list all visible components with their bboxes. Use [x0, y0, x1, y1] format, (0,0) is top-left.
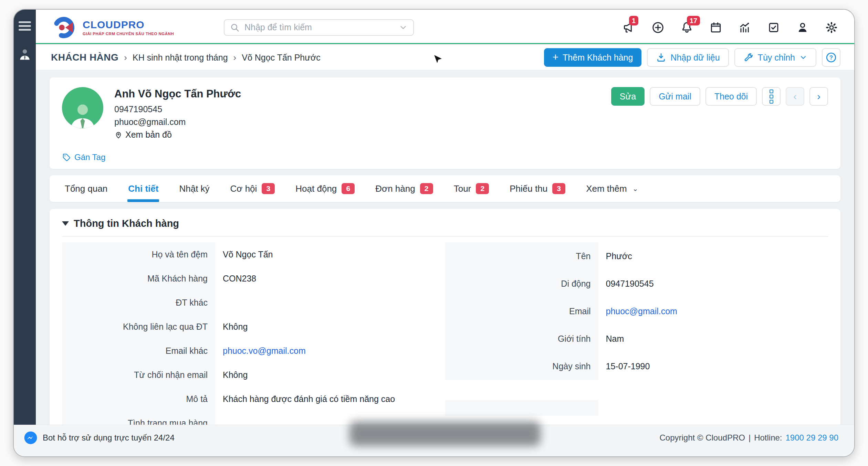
cloudpro-logo[interactable]: CLOUDPRO GIẢI PHÁP CRM CHUYÊN SÂU THEO N…	[52, 15, 224, 40]
logo-tagline: GIẢI PHÁP CRM CHUYÊN SÂU THEO NGÀNH	[83, 32, 174, 36]
kebab-icon	[770, 89, 773, 104]
logo-title: CLOUDPRO	[83, 19, 174, 31]
tab-label: Xem thêm	[586, 183, 627, 194]
field-column-left: Họ và tên đệm Võ Ngọc Tấn Mã Khách hàng …	[62, 242, 445, 425]
follow-button[interactable]: Theo dõi	[705, 87, 757, 106]
wrench-icon	[743, 52, 754, 63]
help-button[interactable]: ?	[822, 48, 840, 67]
messenger-icon	[23, 431, 38, 445]
import-data-button[interactable]: Nhập dữ liệu	[647, 48, 729, 67]
global-search[interactable]	[224, 19, 414, 36]
tab-hoat-dong[interactable]: Hoạt động 6	[285, 175, 365, 202]
gear-icon	[825, 21, 838, 34]
tab-co-hoi[interactable]: Cơ hội 3	[220, 175, 285, 202]
send-mail-button[interactable]: Gửi mail	[650, 87, 700, 106]
follow-label: Theo dõi	[714, 92, 748, 102]
svg-text:?: ?	[829, 54, 833, 61]
notifications-button[interactable]: 17	[679, 20, 694, 35]
customer-phone: 0947190545	[114, 104, 828, 114]
field-row: Mã Khách hàng CON238	[62, 266, 445, 290]
view-map-link[interactable]: Xem bản đồ	[114, 130, 828, 140]
field-value: Võ Ngọc Tấn	[215, 242, 445, 266]
announcement-button[interactable]: 1	[621, 20, 637, 35]
search-input[interactable]	[244, 22, 399, 33]
customize-button[interactable]: Tùy chỉnh	[734, 48, 816, 67]
field-value: Phước	[598, 242, 828, 270]
field-label: Tình trạng mua hàng	[62, 411, 215, 425]
avatar[interactable]	[62, 87, 103, 128]
tab-chi-tiet[interactable]: Chi tiết	[118, 175, 169, 202]
edit-label: Sửa	[620, 92, 636, 102]
cloudpro-logo-icon	[52, 15, 77, 40]
tab-nhat-ky[interactable]: Nhật ký	[169, 175, 220, 202]
footer-copyright: Copyright © CloudPRO | Hotline: 1900 29 …	[659, 433, 838, 443]
tasks-button[interactable]	[766, 20, 781, 35]
notifications-badge: 17	[687, 16, 700, 25]
field-value: CON238	[215, 266, 445, 290]
tab-label: Phiếu thu	[510, 183, 547, 194]
checkbox-icon	[767, 21, 780, 34]
field-row: Ngày sinh 15-07-1990	[445, 352, 828, 380]
field-value: Nam	[598, 325, 828, 352]
sidebar-item-customers[interactable]	[17, 46, 32, 62]
tab-count-badge: 3	[552, 183, 565, 194]
next-record-button[interactable]: ›	[809, 87, 828, 106]
add-customer-button[interactable]: + Thêm Khách hàng	[544, 48, 642, 67]
tab-tour[interactable]: Tour 2	[443, 175, 500, 202]
field-label: Email khác	[62, 339, 215, 363]
section-header[interactable]: Thông tin Khách hàng	[62, 218, 828, 237]
field-value: 15-07-1990	[598, 352, 828, 380]
field-row: Email khác phuoc.vo@gmail.com	[62, 339, 445, 363]
assign-tag-link[interactable]: Gán Tag	[62, 152, 105, 162]
hotline-label: Hotline:	[754, 433, 782, 443]
active-tab-underline	[127, 199, 159, 202]
customize-label: Tùy chỉnh	[758, 53, 795, 63]
tab-xem-them[interactable]: Xem thêm ⌄	[576, 175, 648, 202]
field-column-right: Tên Phước Di động 0947190545 Email phuoc…	[445, 242, 828, 425]
calendar-icon	[709, 21, 722, 34]
more-options-button[interactable]	[762, 87, 781, 106]
assign-tag-label: Gán Tag	[74, 152, 105, 162]
tab-tong-quan[interactable]: Tổng quan	[54, 175, 118, 202]
breadcrumb-list-view[interactable]: KH sinh nhật trong tháng	[133, 53, 228, 63]
chevron-down-icon[interactable]	[399, 23, 408, 32]
field-value-email-link[interactable]: phuoc.vo@gmail.com	[215, 339, 445, 363]
field-value-email-link[interactable]: phuoc@gmail.com	[598, 297, 828, 325]
support-bot-link[interactable]: Bot hỗ trợ sử dụng trực tuyến 24/24	[23, 431, 175, 445]
tab-phieu-thu[interactable]: Phiếu thu 3	[499, 175, 576, 202]
tab-don-hang[interactable]: Đơn hàng 2	[365, 175, 443, 202]
customer-email: phuoc@gmail.com	[114, 117, 828, 127]
edit-button[interactable]: Sửa	[611, 87, 645, 106]
download-icon	[656, 52, 666, 63]
sidebar	[14, 10, 36, 425]
field-row: Từ chối nhận email Không	[62, 363, 445, 387]
quick-add-button[interactable]	[650, 20, 666, 35]
previous-record-button[interactable]: ‹	[786, 87, 804, 106]
tab-label: Hoạt động	[295, 183, 337, 194]
field-row: Giới tính Nam	[445, 325, 828, 352]
field-value: Khách hàng được đánh giá có tiềm năng ca…	[215, 387, 445, 411]
tab-count-badge: 6	[342, 183, 355, 194]
field-row: Email phuoc@gmail.com	[445, 297, 828, 325]
reports-button[interactable]	[737, 20, 752, 35]
breadcrumb-module[interactable]: KHÁCH HÀNG	[51, 52, 118, 63]
tab-label: Đơn hàng	[375, 183, 415, 194]
tab-label: Tour	[454, 183, 471, 194]
breadcrumb-record[interactable]: Võ Ngọc Tấn Phước	[242, 53, 321, 63]
avatar-person-icon	[68, 101, 97, 128]
tab-label: Tổng quan	[65, 183, 107, 194]
profile-button[interactable]	[795, 20, 810, 35]
field-label: Tên	[445, 242, 598, 270]
search-icon	[230, 23, 240, 32]
settings-button[interactable]	[824, 20, 839, 35]
hotline-number[interactable]: 1900 29 29 90	[786, 433, 838, 443]
field-label: Mã Khách hàng	[62, 266, 215, 290]
hamburger-menu-icon[interactable]	[19, 19, 31, 33]
field-row: Di động 0947190545	[445, 270, 828, 297]
field-label: Mô tả	[62, 387, 215, 411]
chevron-down-icon: ⌄	[632, 184, 638, 193]
footer-divider: |	[749, 433, 751, 443]
field-label: Giới tính	[445, 325, 598, 352]
field-label: Từ chối nhận email	[62, 363, 215, 387]
calendar-button[interactable]	[708, 20, 723, 35]
